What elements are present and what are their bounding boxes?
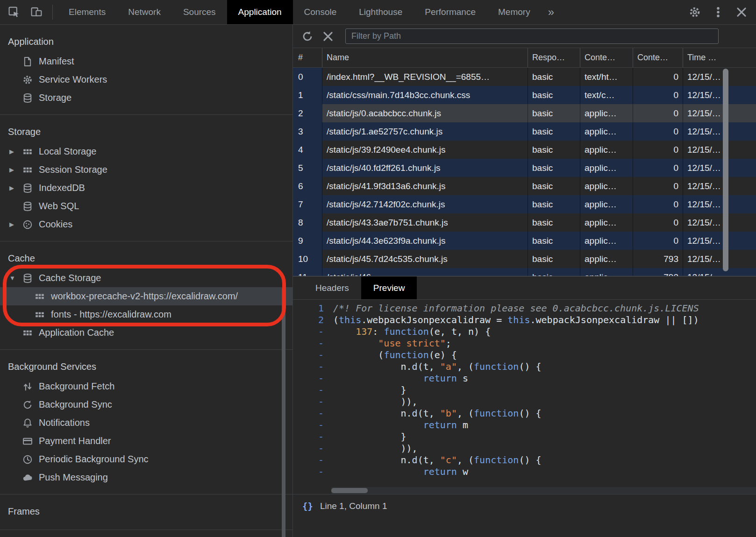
code-text: n.d(t, "b", (function() { [331, 408, 542, 419]
line-number[interactable]: - [293, 326, 331, 338]
sidebar-item-cache-storage[interactable]: ▼Cache Storage [0, 269, 292, 287]
table-row[interactable]: 8/static/js/43.3ae7b751.chunk.jsbasicapp… [293, 213, 756, 232]
code-token: )), [333, 443, 418, 454]
tab-console[interactable]: Console [293, 0, 348, 24]
tab-network[interactable]: Network [117, 0, 172, 24]
column-header-conte[interactable]: Conte… [580, 48, 633, 67]
line-number[interactable]: - [293, 338, 331, 349]
line-number[interactable]: - [293, 408, 331, 419]
expand-arrow-icon[interactable]: ▶ [9, 166, 22, 173]
table-row[interactable]: 6/static/js/41.9f3d13a6.chunk.jsbasicapp… [293, 177, 756, 195]
device-toolbar-button[interactable] [25, 0, 48, 24]
cell-name: /static/js/40.fd2ff261.chunk.js [322, 159, 528, 177]
sidebar-item-notifications[interactable]: Notifications [0, 414, 292, 432]
cache-toolbar [293, 25, 756, 48]
line-number[interactable]: 2 [293, 314, 331, 326]
table-row[interactable]: 2/static/js/0.acabcbcc.chunk.jsbasicappl… [293, 104, 756, 122]
expand-arrow-icon[interactable]: ▶ [9, 148, 22, 155]
sidebar-item-background-fetch[interactable]: Background Fetch [0, 377, 292, 396]
line-number[interactable]: - [293, 431, 331, 443]
line-number[interactable]: - [293, 466, 331, 478]
cell-response_type: basic [528, 68, 580, 86]
sidebar-scrollbar-thumb[interactable] [282, 287, 285, 537]
cell-num: 9 [293, 232, 322, 250]
sidebar-item-payment-handler[interactable]: Payment Handler [0, 432, 292, 450]
line-number[interactable]: 1 [293, 303, 331, 314]
sidebar-item-indexeddb[interactable]: ▶IndexedDB [0, 179, 292, 197]
column-header-name[interactable]: Name [322, 48, 528, 67]
tab-preview[interactable]: Preview [361, 276, 417, 299]
table-row[interactable]: 4/static/js/39.f2490ee4.chunk.jsbasicapp… [293, 141, 756, 159]
more-tabs-button[interactable]: » [542, 0, 561, 24]
sidebar-item-push-messaging[interactable]: Push Messaging [0, 468, 292, 487]
sidebar-item-application-cache[interactable]: Application Cache [0, 324, 292, 342]
sidebar-item-label: Cookies [39, 219, 72, 230]
refresh-icon[interactable] [301, 30, 314, 42]
line-number[interactable]: - [293, 443, 331, 454]
tab-elements[interactable]: Elements [57, 0, 117, 24]
table-row[interactable]: 10/static/js/45.7d24c535.chunk.jsbasicap… [293, 250, 756, 268]
sidebar-item-storage[interactable]: Storage [0, 89, 292, 107]
sidebar-item-periodic-background-sync[interactable]: Periodic Background Sync [0, 450, 292, 468]
tab-performance[interactable]: Performance [414, 0, 487, 24]
sidebar-item-local-storage[interactable]: ▶Local Storage [0, 142, 292, 161]
column-header-time[interactable]: Time … [683, 48, 756, 67]
sidebar-item-manifest[interactable]: Manifest [0, 52, 292, 71]
line-number[interactable]: - [293, 384, 331, 396]
table-row[interactable]: 3/static/js/1.ae52757c.chunk.jsbasicappl… [293, 122, 756, 141]
close-icon[interactable] [735, 6, 748, 18]
code-token: function [474, 454, 519, 466]
expand-arrow-icon[interactable]: ▶ [9, 221, 22, 228]
line-number[interactable]: - [293, 396, 331, 408]
tab-memory[interactable]: Memory [487, 0, 542, 24]
table-row[interactable]: 9/static/js/44.3e623f9a.chunk.jsbasicapp… [293, 232, 756, 250]
tab-application[interactable]: Application [227, 0, 293, 24]
sidebar-item-service-workers[interactable]: Service Workers [0, 71, 292, 89]
tab-sources[interactable]: Sources [172, 0, 227, 24]
sidebar-item-cookies[interactable]: ▶Cookies [0, 215, 292, 233]
preview-tabs: Headers Preview [293, 276, 756, 300]
horizontal-scrollbar-thumb[interactable] [331, 488, 368, 493]
table-row[interactable]: 7/static/js/42.7142f02c.chunk.jsbasicapp… [293, 195, 756, 213]
table-row[interactable]: 1/static/css/main.7d14b3cc.chunk.cssbasi… [293, 86, 756, 104]
column-header-[interactable]: # [293, 48, 322, 67]
expand-arrow-icon[interactable]: ▶ [9, 184, 22, 191]
inspect-element-button[interactable] [3, 0, 25, 24]
code-token: "a" [440, 361, 457, 372]
table-row[interactable]: 11/static/js/46…basicapplic…79312/15/… [293, 268, 756, 276]
tab-lighthouse[interactable]: Lighthouse [348, 0, 414, 24]
settings-gear-icon[interactable] [689, 6, 701, 18]
filter-by-path-input[interactable] [345, 28, 719, 44]
line-number[interactable]: - [293, 361, 331, 373]
table-row[interactable]: 5/static/js/40.fd2ff261.chunk.jsbasicapp… [293, 159, 756, 177]
horizontal-scrollbar [331, 487, 756, 494]
cell-content_length: 793 [633, 268, 683, 276]
line-number[interactable]: - [293, 419, 331, 431]
column-header-conte[interactable]: Conte… [633, 48, 683, 67]
table-scrollbar-thumb[interactable] [723, 69, 728, 271]
cell-response_type: basic [528, 213, 580, 232]
cell-name: /static/js/42.7142f02c.chunk.js [322, 195, 528, 213]
kebab-menu-icon[interactable] [712, 6, 724, 18]
line-number[interactable]: - [293, 373, 331, 384]
sidebar-item-session-storage[interactable]: ▶Session Storage [0, 161, 292, 179]
tab-headers[interactable]: Headers [303, 276, 361, 299]
cell-num: 10 [293, 250, 322, 268]
code-text: )), [331, 443, 418, 454]
line-number[interactable]: - [293, 454, 331, 466]
collapse-arrow-icon[interactable]: ▼ [9, 275, 22, 282]
sidebar-item-fonts-https-excalidraw-com[interactable]: fonts - https://excalidraw.com [0, 305, 292, 324]
code-viewer[interactable]: 1/*! For license information please see … [293, 300, 756, 494]
sidebar-item-web-sql[interactable]: Web SQL [0, 197, 292, 215]
clear-icon[interactable] [322, 30, 334, 42]
code-token: d [412, 361, 418, 372]
cell-response_type: basic [528, 86, 580, 104]
database-icon [22, 183, 33, 193]
sidebar-item-background-sync[interactable]: Background Sync [0, 396, 292, 414]
cookie-icon [22, 219, 33, 230]
cell-content_length: 793 [633, 250, 683, 268]
sidebar-item-workbox-precache-v2-https-excalidraw-com[interactable]: workbox-precache-v2-https://excalidraw.c… [0, 287, 292, 305]
line-number[interactable]: - [293, 349, 331, 361]
table-row[interactable]: 0/index.html?__WB_REVISION__=6855…basict… [293, 68, 756, 86]
column-header-respo[interactable]: Respo… [528, 48, 580, 67]
